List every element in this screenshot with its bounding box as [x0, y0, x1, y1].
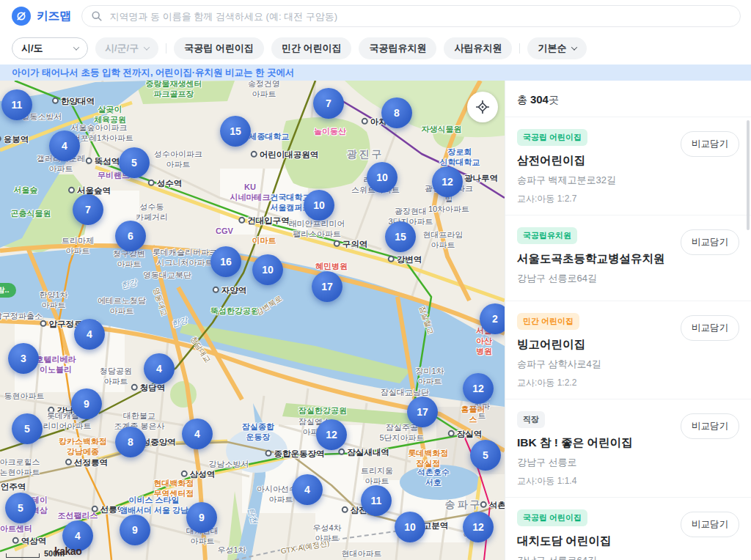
sido-select[interactable]: 시/도: [12, 37, 88, 59]
total-prefix: 총: [517, 94, 530, 106]
cluster-marker[interactable]: 4: [74, 319, 105, 350]
results-total: 총 304곳: [505, 81, 751, 117]
facility-address: 송파구 삼학사로4길: [517, 358, 739, 371]
cluster-marker[interactable]: 2: [480, 303, 505, 334]
current-location-button[interactable]: [467, 92, 498, 122]
sort-select-label: 기본순: [538, 42, 566, 55]
cluster-marker[interactable]: 17: [312, 271, 342, 302]
app-title: 키즈맵: [37, 9, 71, 24]
cluster-marker[interactable]: 12: [316, 419, 347, 450]
divider: [519, 43, 520, 54]
sigungu-select[interactable]: 시/군/구: [95, 37, 158, 59]
search-bar[interactable]: [81, 5, 741, 27]
type-filter-pill[interactable]: 국공립유치원: [359, 37, 436, 59]
cluster-marker[interactable]: 3: [8, 343, 39, 374]
type-filter-pill[interactable]: 민간 어린이집: [271, 37, 352, 59]
cluster-marker[interactable]: 12: [463, 512, 494, 542]
cluster-marker[interactable]: 17: [407, 397, 438, 427]
cluster-marker[interactable]: 4: [292, 474, 323, 505]
cluster-marker[interactable]: 7: [313, 88, 344, 119]
chevron-down-icon: [571, 44, 577, 50]
sido-select-label: 시/도: [21, 42, 43, 55]
map-poi-tag: 람..: [0, 283, 16, 298]
compare-button[interactable]: 비교담기: [681, 413, 739, 439]
cluster-marker[interactable]: 15: [385, 221, 416, 252]
cluster-marker[interactable]: 6: [115, 221, 146, 251]
compare-button[interactable]: 비교담기: [681, 512, 739, 537]
logo-icon: [12, 7, 31, 26]
facility-card[interactable]: 국공립 어린이집 비교담기 대치도담 어린이집 강남구 선릉로64길 교사:아동…: [505, 498, 751, 560]
cluster-marker[interactable]: 10: [252, 254, 283, 285]
facility-ratio: 교사:아동 1:1.4: [517, 475, 739, 487]
cluster-marker[interactable]: 11: [1, 89, 32, 120]
locate-icon: [475, 99, 491, 115]
cluster-marker[interactable]: 10: [395, 512, 425, 542]
cluster-marker[interactable]: 8: [115, 427, 146, 457]
facility-ratio: 교사:아동 1:2.2: [517, 377, 739, 389]
map-canvas[interactable]: 한양대역응봉역성동소방서살곶이 체육공원중랑물재생센터 파크골프장송정건영 아파…: [0, 81, 505, 560]
cluster-marker[interactable]: 4: [49, 130, 80, 161]
cluster-marker[interactable]: 12: [432, 166, 463, 197]
facility-card[interactable]: 국공립유치원 비교담기 서울도곡초등학교병설유치원 강남구 선릉로64길: [505, 215, 751, 301]
chevron-down-icon: [144, 44, 150, 50]
results-sidebar: 총 304곳 국공립 어린이집 비교담기 삼전어린이집 송파구 백제고분로32길…: [505, 81, 751, 560]
cluster-marker[interactable]: 16: [210, 246, 241, 277]
facility-type-badge: 직장: [517, 411, 545, 428]
facility-address: 강남구 선릉로64길: [517, 272, 739, 285]
facility-type-badge: 국공립유치원: [517, 227, 577, 244]
cluster-marker[interactable]: 9: [186, 502, 217, 533]
cluster-marker[interactable]: 5: [5, 493, 36, 523]
cluster-marker[interactable]: 15: [220, 116, 251, 147]
facility-list: 국공립 어린이집 비교담기 삼전어린이집 송파구 백제고분로32길 교사:아동 …: [505, 117, 751, 560]
type-filter-pill[interactable]: 사립유치원: [444, 37, 512, 59]
app-logo[interactable]: 키즈맵: [12, 7, 71, 26]
filter-bar: 시/도 시/군/구 국공립 어린이집민간 어린이집국공립유치원사립유치원 기본순: [0, 32, 751, 65]
cluster-marker[interactable]: 10: [367, 162, 398, 193]
cluster-marker[interactable]: 4: [144, 353, 175, 384]
cluster-marker[interactable]: 7: [73, 194, 103, 225]
facility-type-badge: 국공립 어린이집: [517, 509, 587, 526]
facility-card[interactable]: 국공립 어린이집 비교담기 삼전어린이집 송파구 백제고분로32길 교사:아동 …: [505, 117, 751, 215]
compare-button[interactable]: 비교담기: [681, 131, 739, 157]
divider: [166, 43, 166, 54]
facility-address: 강남구 선릉로64길: [517, 554, 739, 560]
cluster-marker[interactable]: 5: [119, 147, 150, 178]
search-icon: [91, 10, 103, 22]
sigungu-select-label: 시/군/구: [105, 42, 139, 55]
cluster-marker[interactable]: 10: [304, 190, 334, 221]
sidebar-scrollbar[interactable]: [747, 120, 750, 230]
main-area: 한양대역응봉역성동소방서살곶이 체육공원중랑물재생센터 파크골프장송정건영 아파…: [0, 81, 751, 560]
notice-banner: 아이가 태어나서 초등 입학 전까지, 어린이집·유치원 비교는 한 곳에서: [0, 65, 751, 81]
type-filter-pill[interactable]: 국공립 어린이집: [174, 37, 264, 59]
map-attribution: kakao: [54, 545, 81, 557]
kidsmap-app: 키즈맵 시/도 시/군/구 국공립 어린이집민간 어린이집국공립유치원사립유치원…: [0, 0, 751, 560]
cluster-marker[interactable]: 11: [361, 485, 392, 516]
facility-type-badge: 국공립 어린이집: [517, 129, 587, 146]
facility-ratio: 교사:아동 1:2.7: [517, 193, 739, 205]
facility-type-badge: 민간 어린이집: [517, 313, 579, 330]
chevron-down-icon: [73, 44, 79, 50]
cluster-marker[interactable]: 5: [470, 440, 501, 471]
total-count: 304: [530, 93, 549, 106]
sort-select[interactable]: 기본순: [527, 37, 587, 59]
cluster-marker[interactable]: 8: [381, 97, 412, 128]
total-suffix: 곳: [549, 94, 559, 106]
cluster-marker[interactable]: 9: [71, 388, 102, 419]
map-clusters-layer: 1145157876101210151610172434958412171254…: [0, 81, 505, 560]
cluster-marker[interactable]: 12: [463, 373, 494, 404]
compare-button[interactable]: 비교담기: [681, 315, 739, 341]
cluster-marker[interactable]: 5: [12, 413, 43, 444]
facility-address: 송파구 백제고분로32길: [517, 174, 739, 187]
compare-button[interactable]: 비교담기: [681, 229, 739, 255]
top-bar: 키즈맵: [0, 0, 751, 32]
cluster-marker[interactable]: 4: [182, 419, 213, 449]
facility-card[interactable]: 민간 어린이집 비교담기 빙고어린이집 송파구 삼학사로4길 교사:아동 1:2…: [505, 301, 751, 399]
facility-card[interactable]: 직장 비교담기 IBK 참 ! 좋은 어린이집 강남구 선릉로 교사:아동 1:…: [505, 399, 751, 498]
scale-line: [6, 553, 40, 558]
facility-address: 강남구 선릉로: [517, 456, 739, 469]
cluster-marker[interactable]: 9: [120, 515, 150, 545]
search-input[interactable]: [109, 10, 741, 23]
